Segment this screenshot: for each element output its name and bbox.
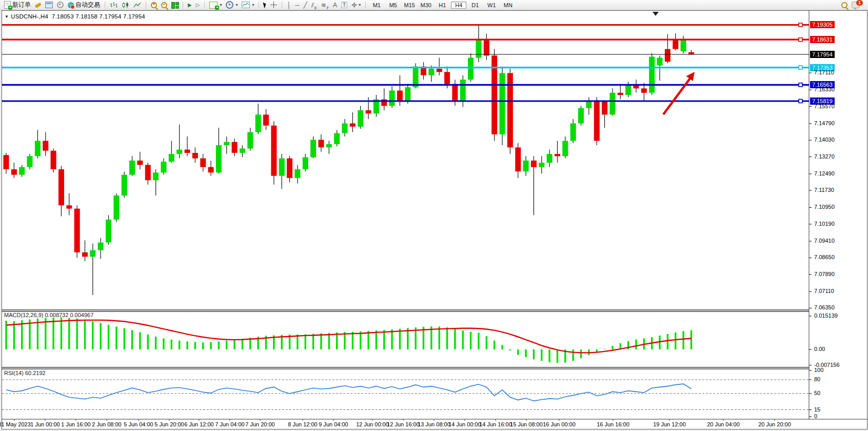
candle-body[interactable] [294, 169, 300, 178]
candle-body[interactable] [240, 148, 245, 153]
new-chart-button[interactable]: + ▾ [208, 1, 223, 10]
candle-body[interactable] [255, 114, 261, 132]
candle-body[interactable] [224, 142, 229, 145]
candle-body[interactable] [137, 161, 143, 165]
candle-body[interactable] [539, 163, 544, 167]
timeframe-button-M5[interactable]: M5 [385, 2, 401, 9]
timeframe-button-M30[interactable]: M30 [418, 2, 433, 9]
candle-body[interactable] [310, 140, 316, 157]
candle-body[interactable] [444, 72, 450, 84]
candle-body[interactable] [665, 49, 670, 62]
candle-body[interactable] [515, 147, 521, 171]
one-click-trading-expander[interactable]: ▼ [5, 14, 9, 19]
candle-body[interactable] [673, 40, 678, 49]
candle-body[interactable] [389, 91, 395, 106]
line-chart-button[interactable] [132, 1, 143, 10]
candle-body[interactable] [602, 102, 607, 115]
candle-body[interactable] [176, 150, 182, 154]
cursor-tool-button[interactable] [262, 1, 268, 10]
terminal-button[interactable] [44, 1, 54, 10]
candle-body[interactable] [578, 108, 584, 124]
tile-windows-button[interactable] [170, 1, 180, 10]
candle-body[interactable] [90, 250, 95, 257]
candle-body[interactable] [169, 154, 174, 162]
candle-body[interactable] [185, 150, 190, 153]
candle-body[interactable] [216, 145, 222, 172]
candle-body[interactable] [11, 169, 17, 175]
candle-body[interactable] [594, 101, 600, 141]
candle-body[interactable] [523, 161, 529, 171]
candle-body[interactable] [19, 167, 25, 175]
candle-body[interactable] [35, 141, 41, 156]
candle-body[interactable] [358, 110, 363, 127]
candle-body[interactable] [342, 123, 348, 133]
candle-body[interactable] [657, 58, 663, 66]
candle-body[interactable] [98, 243, 104, 250]
candle-body[interactable] [484, 41, 489, 56]
candle-body[interactable] [74, 209, 80, 252]
equidistant-channel-tool-button[interactable]: ⫽ E [310, 1, 319, 10]
candle-body[interactable] [263, 114, 269, 125]
candle-body[interactable] [51, 151, 56, 169]
candle-body[interactable] [153, 172, 159, 180]
candle-body[interactable] [350, 123, 356, 126]
candle-body[interactable] [145, 165, 151, 180]
label-tool-button[interactable]: T [340, 1, 349, 10]
candle-body[interactable] [562, 141, 568, 156]
zoom-out-button[interactable]: − [160, 1, 169, 10]
support-line-cyan-handle[interactable] [799, 66, 802, 69]
bar-chart-button[interactable] [108, 1, 119, 10]
candle-body[interactable] [122, 175, 127, 196]
candle-body[interactable] [547, 154, 553, 163]
candle-body[interactable] [326, 144, 332, 147]
candle-body[interactable] [113, 195, 119, 220]
support-line-blue-2-handle[interactable] [799, 100, 802, 103]
timeframe-button-D1[interactable]: D1 [467, 2, 483, 9]
candle-body[interactable] [681, 40, 686, 51]
candle-body[interactable] [688, 52, 694, 54]
candle-body[interactable] [192, 153, 198, 159]
timeframe-button-MN[interactable]: MN [500, 2, 516, 9]
chart-shift-button[interactable]: ▷ [194, 1, 202, 10]
timeframe-button-M1[interactable]: M1 [369, 2, 384, 9]
candle-body[interactable] [366, 110, 371, 113]
candle-body[interactable] [531, 161, 537, 167]
auto-scroll-button[interactable]: ▶ [186, 1, 193, 10]
search-button[interactable] [840, 1, 849, 10]
chart-shift-marker[interactable] [653, 12, 659, 16]
periods-button[interactable]: ▾ [224, 1, 239, 10]
metaeditor-button[interactable] [33, 1, 43, 10]
fibonacci-tool-button[interactable]: ≋ F [320, 1, 330, 10]
candle-body[interactable] [334, 133, 340, 144]
candle-body[interactable] [129, 161, 135, 175]
candle-body[interactable] [437, 69, 442, 72]
timeframe-button-W1[interactable]: W1 [484, 2, 499, 9]
autotrading-button[interactable]: 自动交易 [66, 1, 102, 10]
candle-body[interactable] [43, 141, 48, 151]
timeframe-button-M15[interactable]: M15 [402, 2, 417, 9]
support-line-blue-1-handle[interactable] [799, 83, 802, 87]
candle-body[interactable] [58, 169, 64, 205]
arrows-tool-button[interactable]: ✣ ▾ [350, 1, 362, 10]
horizontal-line-tool-button[interactable]: ─ [293, 1, 301, 10]
candle-body[interactable] [570, 123, 576, 141]
candle-body[interactable] [106, 220, 111, 243]
vertical-line-tool-button[interactable]: │ [285, 1, 292, 10]
candle-body[interactable] [200, 159, 206, 167]
candle-body[interactable] [625, 85, 631, 95]
trendline-tool-button[interactable]: ╱ [302, 1, 308, 10]
candle-body[interactable] [319, 140, 324, 147]
candle-body[interactable] [468, 58, 474, 80]
trend-arrow-line[interactable] [663, 79, 690, 114]
candle-body[interactable] [500, 73, 505, 134]
notifications-button[interactable]: 1 [850, 1, 861, 10]
candle-body[interactable] [618, 93, 623, 95]
resistance-line-1-handle[interactable] [799, 23, 802, 27]
candle-body[interactable] [405, 87, 410, 102]
candle-body[interactable] [610, 93, 616, 115]
candle-body[interactable] [397, 91, 403, 102]
candle-body[interactable] [452, 84, 458, 102]
candlestick-chart-button[interactable] [120, 1, 131, 10]
candle-body[interactable] [287, 159, 292, 178]
chart-canvas[interactable] [0, 0, 868, 431]
